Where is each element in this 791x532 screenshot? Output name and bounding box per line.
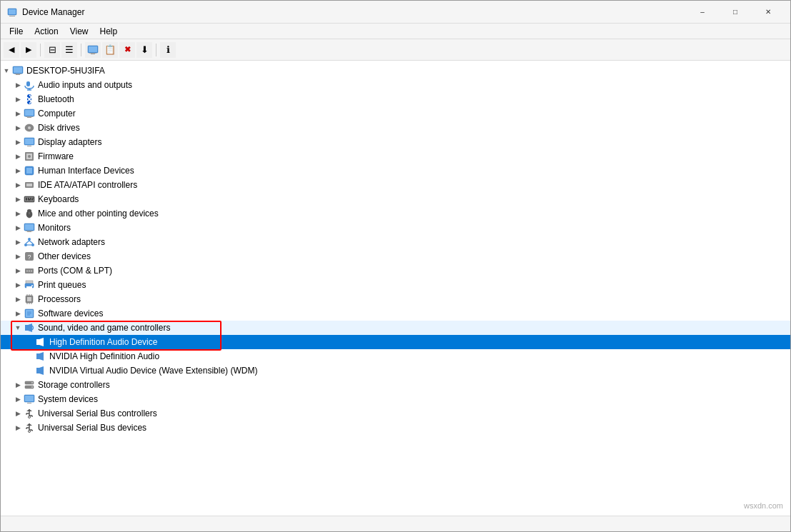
indent bbox=[1, 349, 12, 363]
title-bar: Device Manager – □ ✕ bbox=[1, 1, 790, 24]
tree-item-other[interactable]: ▶ ? Other devices bbox=[1, 249, 790, 264]
window-title: Device Manager bbox=[22, 7, 686, 17]
menu-help[interactable]: Help bbox=[94, 25, 124, 38]
tree-item-nvidia-virtual[interactable]: NVIDIA Virtual Audio Device (Wave Extens… bbox=[1, 363, 790, 378]
nvidia-virtual-label: NVIDIA Virtual Audio Device (Wave Extens… bbox=[49, 366, 257, 376]
tree-item-firmware[interactable]: ▶ Firmware bbox=[1, 149, 790, 164]
disk-expand[interactable]: ▶ bbox=[12, 121, 24, 135]
svg-rect-19 bbox=[27, 117, 31, 118]
bluetooth-expand[interactable]: ▶ bbox=[12, 92, 24, 106]
show-list-btn[interactable]: ☰ bbox=[61, 42, 77, 58]
svg-rect-40 bbox=[28, 199, 31, 201]
tree-item-display[interactable]: ▶ Display adapters bbox=[1, 135, 790, 149]
computer-btn[interactable] bbox=[85, 42, 101, 58]
update-btn[interactable]: ⬇ bbox=[136, 42, 152, 58]
disable-btn[interactable]: ✖ bbox=[119, 42, 135, 58]
svg-marker-79 bbox=[28, 323, 32, 332]
tree-item-usb-devices[interactable]: ▶ Universal Serial Bus devices bbox=[1, 421, 790, 435]
tree-item-processors[interactable]: ▶ Processors bbox=[1, 292, 790, 306]
system-expand[interactable]: ▶ bbox=[12, 392, 24, 406]
other-expand[interactable]: ▶ bbox=[12, 249, 24, 264]
svg-rect-66 bbox=[27, 297, 31, 301]
usb-devices-label: Universal Serial Bus devices bbox=[38, 423, 146, 433]
display-expand[interactable]: ▶ bbox=[12, 135, 24, 149]
storage-expand[interactable]: ▶ bbox=[12, 378, 24, 392]
tree-view[interactable]: ▼ DESKTOP-5HU3IFA ▶ bbox=[1, 61, 790, 516]
tree-item-ports[interactable]: ▶ Ports (COM & LPT) bbox=[1, 264, 790, 278]
svg-point-28 bbox=[28, 155, 31, 158]
tree-item-nvidia-hd[interactable]: NVIDIA High Definition Audio bbox=[1, 349, 790, 363]
processors-expand[interactable]: ▶ bbox=[12, 292, 24, 306]
svg-rect-5 bbox=[91, 54, 95, 54]
tree-item-software[interactable]: ▶ Software devices bbox=[1, 306, 790, 321]
tree-item-usb-controllers[interactable]: ▶ Universal Serial Bus controllers bbox=[1, 406, 790, 421]
other-icon: ? bbox=[24, 251, 35, 262]
tree-item-ide[interactable]: ▶ IDE ATA/ATAPI controllers bbox=[1, 178, 790, 192]
software-expand[interactable]: ▶ bbox=[12, 306, 24, 321]
svg-rect-2 bbox=[9, 16, 15, 16]
tree-item-storage[interactable]: ▶ Storage controllers bbox=[1, 378, 790, 392]
firmware-icon bbox=[24, 151, 35, 162]
tree-item-bluetooth[interactable]: ▶ Bluetooth bbox=[1, 92, 790, 106]
monitors-expand[interactable]: ▶ bbox=[12, 221, 24, 235]
ports-expand[interactable]: ▶ bbox=[12, 264, 24, 278]
minimize-button[interactable]: – bbox=[686, 1, 719, 24]
svg-point-59 bbox=[29, 271, 30, 272]
network-label: Network adapters bbox=[38, 237, 105, 247]
usb-controllers-expand[interactable]: ▶ bbox=[12, 406, 24, 421]
menu-view[interactable]: View bbox=[64, 25, 94, 38]
tree-item-mice[interactable]: ▶ Mice and other pointing devices bbox=[1, 206, 790, 221]
svg-rect-80 bbox=[36, 339, 39, 345]
ide-expand[interactable]: ▶ bbox=[12, 178, 24, 192]
svg-point-102 bbox=[29, 431, 31, 433]
network-expand[interactable]: ▶ bbox=[12, 235, 24, 249]
tree-item-disk[interactable]: ▶ Disk drives bbox=[1, 121, 790, 135]
nvidia-hd-expand bbox=[24, 349, 35, 363]
menu-file[interactable]: File bbox=[4, 25, 29, 38]
computer-expand[interactable]: ▶ bbox=[12, 106, 24, 121]
tree-item-print[interactable]: ▶ Print queues bbox=[1, 278, 790, 292]
back-button[interactable]: ◀ bbox=[4, 42, 19, 58]
tree-root[interactable]: ▼ DESKTOP-5HU3IFA bbox=[1, 64, 790, 78]
root-expand[interactable]: ▼ bbox=[1, 64, 12, 78]
audio-expand[interactable]: ▶ bbox=[12, 78, 24, 92]
tree-item-hid[interactable]: ▶ Human Interface Devices bbox=[1, 164, 790, 178]
tree-item-monitors[interactable]: ▶ Monitors bbox=[1, 221, 790, 235]
monitors-icon bbox=[24, 222, 35, 234]
tree-item-network[interactable]: ▶ Network adapters bbox=[1, 235, 790, 249]
forward-button[interactable]: ▶ bbox=[21, 42, 36, 58]
maximize-button[interactable]: □ bbox=[719, 1, 752, 24]
properties-btn[interactable]: 📋 bbox=[102, 42, 118, 58]
usb-devices-expand[interactable]: ▶ bbox=[12, 421, 24, 435]
menu-action[interactable]: Action bbox=[29, 25, 64, 38]
tree-item-system[interactable]: ▶ System devices bbox=[1, 392, 790, 406]
tree-item-computer[interactable]: ▶ Computer bbox=[1, 106, 790, 121]
close-button[interactable]: ✕ bbox=[752, 1, 785, 24]
hid-expand[interactable]: ▶ bbox=[12, 164, 24, 178]
svg-line-53 bbox=[29, 241, 33, 244]
content-area: ▼ DESKTOP-5HU3IFA ▶ bbox=[1, 61, 790, 516]
svg-rect-36 bbox=[28, 198, 29, 199]
indent bbox=[1, 406, 12, 421]
mice-expand[interactable]: ▶ bbox=[12, 206, 24, 221]
indent bbox=[1, 92, 12, 106]
indent bbox=[1, 306, 12, 321]
svg-rect-35 bbox=[26, 198, 27, 199]
svg-rect-39 bbox=[26, 199, 27, 201]
tree-item-audio[interactable]: ▶ Audio inputs and outputs bbox=[1, 78, 790, 92]
help-btn[interactable]: ℹ bbox=[160, 42, 176, 58]
tree-item-hd-audio[interactable]: High Definition Audio Device bbox=[1, 335, 790, 349]
svg-point-22 bbox=[28, 126, 31, 129]
tree-item-sound[interactable]: ▼ Sound, video and game controllers bbox=[1, 321, 790, 335]
tree-item-keyboards[interactable]: ▶ Keyboards bbox=[1, 192, 790, 206]
svg-rect-61 bbox=[26, 281, 33, 283]
system-label: System devices bbox=[38, 394, 98, 404]
firmware-expand[interactable]: ▶ bbox=[12, 149, 24, 164]
show-icon-btn[interactable]: ⊟ bbox=[44, 42, 60, 58]
sound-expand[interactable]: ▼ bbox=[12, 321, 24, 335]
disk-icon bbox=[24, 122, 35, 134]
print-expand[interactable]: ▶ bbox=[12, 278, 24, 292]
window-icon bbox=[6, 6, 18, 18]
keyboards-expand[interactable]: ▶ bbox=[12, 192, 24, 206]
processors-label: Processors bbox=[38, 294, 81, 304]
